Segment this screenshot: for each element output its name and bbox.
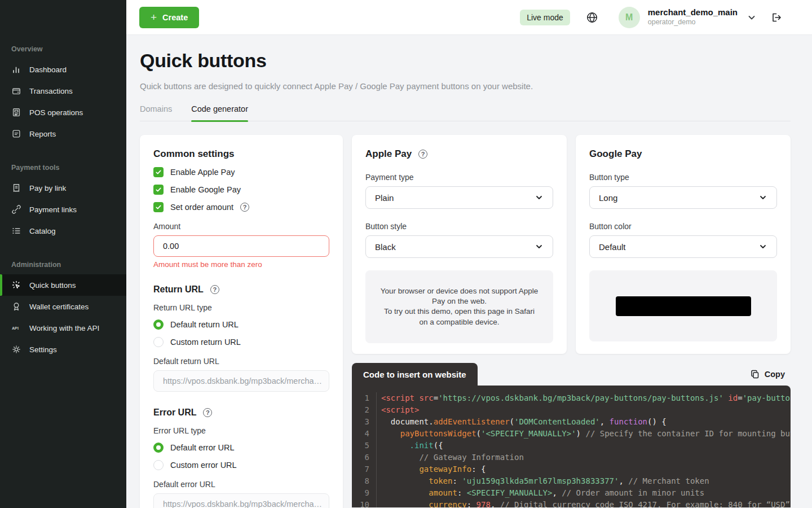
enable-apple-pay-checkbox[interactable] (153, 167, 164, 177)
code-line-text: amount: <SPECIFY_MANUALLY>, // Order amo… (377, 487, 704, 499)
button-type-value: Long (599, 193, 617, 203)
button-color-select[interactable]: Default (589, 235, 777, 258)
button-style-select[interactable]: Black (365, 235, 553, 258)
page-content: Quick buttons Quick buttons are designed… (126, 35, 812, 508)
sidebar-item-transactions[interactable]: Transactions (0, 80, 126, 102)
code-line: 6 // Gateway Information (352, 452, 791, 463)
live-mode-badge: Live mode (520, 10, 570, 25)
bar-chart-icon (11, 64, 21, 75)
check-icon (155, 186, 162, 193)
code-line-text: token: 'uju159q3lkda5mrl67lmsp3h3833377'… (377, 475, 709, 487)
code-line: 2<script> (352, 404, 791, 416)
sidebar-item-catalog[interactable]: Catalog (0, 220, 126, 242)
sidebar-item-label: Payment links (29, 205, 77, 214)
code-line-text: // Gateway Information (377, 452, 524, 463)
default-error-url-radio-row[interactable]: Default error URL (153, 443, 329, 453)
sidebar-item-reports[interactable]: Reports (0, 123, 126, 144)
default-return-url-radio[interactable] (153, 319, 164, 330)
error-url-heading: Error URL ? (153, 408, 329, 418)
copy-button-label: Copy (765, 370, 785, 379)
help-icon[interactable]: ? (240, 203, 249, 212)
button-style-value: Black (375, 242, 396, 252)
enable-apple-pay-row: Enable Apple Pay (153, 167, 329, 177)
payment-type-value: Plain (375, 193, 394, 203)
user-role: operator_demo (648, 18, 738, 27)
amount-label: Amount (153, 222, 329, 231)
apple-pay-note-line: Your browser or device does not support … (379, 286, 540, 306)
page-subtitle: Quick buttons are designed to quickly co… (140, 81, 791, 91)
help-icon[interactable]: ? (210, 285, 219, 294)
sidebar-item-label: Settings (29, 345, 57, 354)
code-line: 1<script src='https://vpos.dskbank.bg/mp… (352, 392, 791, 404)
sidebar-item-pos-operations[interactable]: POS operations (0, 102, 126, 123)
sidebar-section-administration: Administration (0, 261, 126, 269)
payment-type-select[interactable]: Plain (365, 186, 553, 209)
common-settings-card: Common settings Enable Apple Pay Enable … (140, 135, 343, 508)
default-error-url-input: https://vpos.dskbank.bg/mp3back/mercha… (153, 493, 329, 508)
copy-button[interactable]: Copy (751, 370, 791, 379)
sidebar-item-wallet-certificates[interactable]: Wallet certificates (0, 296, 126, 317)
apple-pay-note: Your browser or device does not support … (365, 270, 553, 343)
radio-label: Custom return URL (170, 338, 241, 347)
custom-error-url-radio-row[interactable]: Custom error URL (153, 460, 329, 470)
sidebar: Overview Dashboard Transactions POS oper… (0, 0, 126, 508)
svg-text:API: API (12, 326, 19, 331)
code-line: 8 token: 'uju159q3lkda5mrl67lmsp3h383337… (352, 475, 791, 487)
user-name: merchant_demo_main (648, 7, 738, 18)
create-button[interactable]: + Create (139, 7, 199, 28)
api-icon: API (11, 323, 21, 333)
return-url-type-label: Return URL type (153, 303, 329, 312)
logout-icon[interactable] (770, 12, 782, 23)
sidebar-item-pay-by-link[interactable]: Pay by link (0, 177, 126, 199)
default-error-url-radio[interactable] (153, 443, 164, 453)
chevron-down-icon (535, 242, 544, 251)
enable-google-pay-checkbox[interactable] (153, 185, 164, 195)
tab-code-generator[interactable]: Code generator (191, 104, 248, 121)
sidebar-item-payment-links[interactable]: Payment links (0, 199, 126, 220)
chevron-down-icon[interactable] (747, 12, 757, 23)
right-column: Apple Pay ? Payment type Plain Button st… (352, 135, 791, 507)
help-icon[interactable]: ? (418, 150, 427, 159)
sidebar-item-label: POS operations (29, 108, 83, 117)
amount-input[interactable]: 0.00 (153, 235, 329, 257)
code-line-text: <script> (377, 404, 419, 416)
checkbox-label: Enable Apple Pay (170, 168, 235, 177)
code-block[interactable]: 1<script src='https://vpos.dskbank.bg/mp… (352, 386, 791, 507)
radio-label: Default return URL (170, 320, 239, 329)
help-icon[interactable]: ? (203, 408, 212, 417)
default-return-url-label: Default return URL (153, 357, 329, 366)
checkbox-label: Enable Google Pay (170, 185, 241, 194)
sidebar-item-working-with-api[interactable]: API Working with the API (0, 317, 126, 339)
sidebar-item-settings[interactable]: Settings (0, 339, 126, 360)
sidebar-item-dashboard[interactable]: Dashboard (0, 59, 126, 80)
line-number: 9 (352, 487, 377, 499)
line-number: 5 (352, 440, 377, 452)
plus-icon: + (151, 12, 157, 23)
list-icon (11, 226, 21, 236)
custom-return-url-radio-row[interactable]: Custom return URL (153, 337, 329, 347)
sidebar-item-label: Pay by link (29, 184, 66, 192)
code-section-header: Code to insert on website Copy (352, 363, 791, 386)
apple-pay-note-line: To try out this demo, open this page in … (379, 306, 540, 327)
custom-return-url-radio[interactable] (153, 337, 164, 347)
language-globe-icon[interactable] (586, 11, 598, 24)
custom-error-url-radio[interactable] (153, 460, 164, 470)
line-number: 7 (352, 463, 377, 475)
google-pay-button-preview[interactable] (616, 296, 751, 316)
certificate-icon (11, 301, 21, 312)
pos-terminal-icon (11, 107, 21, 117)
avatar[interactable]: M (619, 7, 640, 28)
button-type-select[interactable]: Long (589, 186, 777, 209)
code-line: 9 amount: <SPECIFY_MANUALLY>, // Order a… (352, 487, 791, 499)
payment-type-label: Payment type (365, 173, 553, 182)
sidebar-item-quick-buttons[interactable]: Quick buttons (0, 274, 126, 296)
set-order-amount-checkbox[interactable] (153, 202, 164, 212)
radio-label: Default error URL (170, 443, 235, 452)
chevron-down-icon (758, 242, 767, 251)
apple-pay-title-text: Apple Pay (365, 148, 412, 160)
chevron-down-icon (758, 193, 767, 202)
gear-icon (11, 344, 21, 354)
tab-domains[interactable]: Domains (140, 104, 172, 121)
user-block: merchant_demo_main operator_demo (648, 7, 738, 27)
default-return-url-radio-row[interactable]: Default return URL (153, 319, 329, 330)
